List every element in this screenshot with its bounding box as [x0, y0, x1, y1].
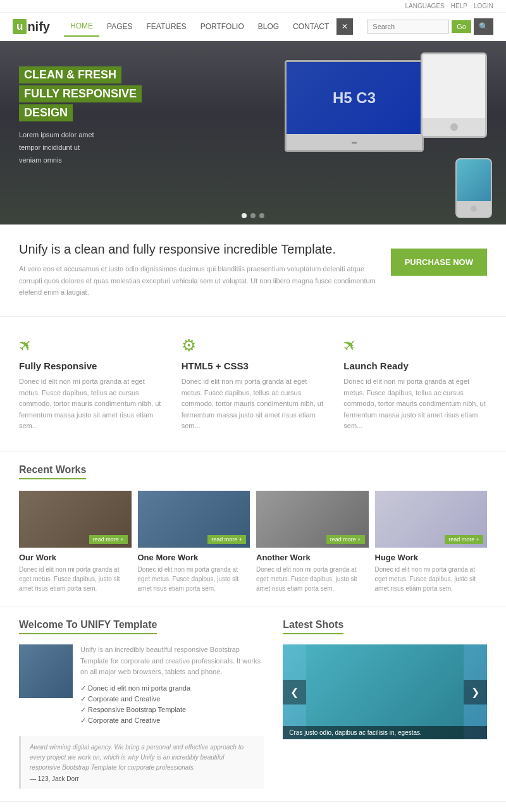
hero-dot-2[interactable]: [250, 213, 256, 218]
hero-text-1: Lorem ipsum dolor amet: [19, 129, 253, 142]
nav-features[interactable]: FEATURES: [140, 17, 193, 36]
hero-label-3: DESIGN: [19, 104, 73, 121]
clients-section: Our Clients hp INGENIOUS vodafone Walmar…: [0, 801, 506, 812]
hero-label-1: CLEAN & FRESH: [19, 66, 121, 83]
logo-text: nify: [27, 20, 50, 34]
shots-prev-btn[interactable]: ❮: [283, 680, 306, 704]
nav-home[interactable]: HOME: [64, 16, 99, 37]
login-link[interactable]: LOGIN: [474, 3, 493, 9]
help-link[interactable]: HELP: [451, 3, 467, 9]
hero-dot-1[interactable]: [242, 213, 247, 218]
feature-1: ✈ Fully Responsive Donec id elit non mi …: [19, 336, 163, 432]
laptop-base: ▬: [287, 134, 422, 150]
two-col-section: Welcome To UNIFY Template Unify is an in…: [0, 606, 506, 801]
feature-1-text: Donec id elit non mi porta granda at ege…: [19, 376, 163, 432]
feature-2-title: HTML5 + CSS3: [182, 360, 325, 371]
tablet-mockup: [421, 52, 487, 138]
phone-screen: [457, 159, 491, 201]
latest-shots-title: Latest Shots: [283, 619, 343, 634]
work-item-2: read more + One More Work Donec id elit …: [138, 491, 250, 593]
work-title-1: Our Work: [19, 553, 132, 562]
recent-works-section: Recent Works read more + Our Work Donec …: [0, 452, 506, 606]
tablet-screen: [423, 54, 485, 118]
read-more-4[interactable]: read more +: [445, 535, 483, 544]
welcome-title: Welcome To UNIFY Template: [19, 619, 157, 634]
nav-blog[interactable]: BLOG: [252, 17, 285, 36]
nav-bar: u nify HOME PAGES FEATURES PORTFOLIO BLO…: [0, 13, 506, 40]
work-title-2: One More Work: [138, 553, 250, 562]
shots-carousel: ❮ ❯ Cras justo odio, dapibus ac facilisi…: [283, 644, 487, 739]
welcome-list-item-4: ✓ Corporate and Creative: [80, 715, 264, 726]
phone-mockup: [455, 158, 492, 218]
quote-text: Award winning digital agency. We bring a…: [30, 742, 255, 773]
hero-left: CLEAN & FRESH FULLY RESPONSIVE DESIGN Lo…: [0, 41, 272, 225]
promo-content: Unify is a clean and fully responsive in…: [19, 242, 378, 298]
search-area: Go 🔍: [367, 18, 493, 35]
promo-desc: At vero eos et accusamus et iusto odio d…: [19, 263, 378, 298]
logo[interactable]: u nify: [13, 19, 50, 34]
work-title-4: Huge Work: [375, 553, 488, 562]
read-more-2[interactable]: read more +: [207, 535, 246, 544]
welcome-col: Welcome To UNIFY Template Unify is an in…: [19, 619, 264, 789]
hero-dot-3[interactable]: [259, 213, 264, 218]
close-nav-btn[interactable]: ✕: [336, 18, 353, 35]
hero-dots: [242, 213, 264, 218]
feature-3: ✈ Launch Ready Donec id elit non mi port…: [343, 336, 487, 432]
welcome-list-item-3: ✓ Responsive Bootstrap Template: [80, 704, 264, 715]
welcome-box: Unify is an incredibly beautiful respons…: [19, 644, 264, 726]
feature-3-text: Donec id elit non mi porta granda at ege…: [343, 376, 487, 432]
hero-label-2: FULLY RESPONSIVE: [19, 85, 142, 102]
quote-box: Award winning digital agency. We bring a…: [19, 736, 264, 789]
logo-box: u: [13, 19, 27, 34]
search-icon-button[interactable]: 🔍: [474, 18, 493, 35]
go-button[interactable]: Go: [452, 20, 471, 33]
nav-contact[interactable]: CONTACT: [287, 17, 335, 36]
nav-pages[interactable]: PAGES: [101, 17, 139, 36]
phone-base: [457, 201, 491, 217]
work-thumb-2: read more +: [138, 491, 250, 548]
work-text-2: Donec id elit non mi porta granda at ege…: [138, 565, 250, 593]
welcome-list-item-2: ✓ Corporate and Creative: [80, 694, 264, 704]
feature-3-title: Launch Ready: [343, 360, 487, 371]
work-item-1: read more + Our Work Donec id elit non m…: [19, 491, 132, 593]
shots-caption: Cras justo odio, dapibus ac facilisis in…: [283, 726, 487, 739]
tablet-home-btn: [423, 118, 485, 136]
latest-shots-col: Latest Shots ❮ ❯ Cras justo odio, dapibu…: [283, 619, 487, 789]
works-grid: read more + Our Work Donec id elit non m…: [19, 491, 487, 593]
hero-section: CLEAN & FRESH FULLY RESPONSIVE DESIGN Lo…: [0, 41, 506, 225]
quote-author: — 123, Jack Dorr: [30, 775, 255, 782]
promo-section: Unify is a clean and fully responsive in…: [0, 225, 506, 317]
top-bar: LANGUAGES HELP LOGIN: [0, 0, 506, 13]
feature-1-icon: ✈: [14, 334, 37, 357]
search-input[interactable]: [367, 20, 449, 34]
hero-right: H5 C3 ▬: [272, 41, 506, 225]
nav-menu: HOME PAGES FEATURES PORTFOLIO BLOG CONTA…: [64, 16, 353, 37]
feature-3-icon: ✈: [339, 334, 362, 357]
languages-link[interactable]: LANGUAGES: [405, 3, 445, 9]
header: LANGUAGES HELP LOGIN u nify HOME PAGES F…: [0, 0, 506, 41]
feature-2: ⚙ HTML5 + CSS3 Donec id elit non mi port…: [182, 336, 325, 432]
purchase-btn[interactable]: PURCHASE NOW: [391, 249, 487, 276]
work-thumb-1: read more +: [19, 491, 132, 548]
shots-image-area: [306, 644, 464, 739]
hero-text-2: tempor incididunt ut: [19, 142, 253, 154]
recent-works-title: Recent Works: [19, 464, 86, 479]
work-text-4: Donec id elit non mi porta granda at ege…: [375, 565, 488, 593]
welcome-content: Unify is an incredibly beautiful respons…: [80, 644, 264, 726]
feature-2-text: Donec id elit non mi porta granda at ege…: [182, 376, 325, 432]
hero-inner: CLEAN & FRESH FULLY RESPONSIVE DESIGN Lo…: [0, 41, 506, 225]
hero-body: Lorem ipsum dolor amet tempor incididunt…: [19, 129, 253, 166]
read-more-3[interactable]: read more +: [326, 535, 365, 544]
read-more-1[interactable]: read more +: [89, 535, 128, 544]
feature-2-icon: ⚙: [182, 336, 196, 355]
welcome-img: [19, 644, 73, 698]
welcome-list: ✓ Donec id elit non mi porta granda ✓ Co…: [80, 683, 264, 726]
laptop-mockup: H5 C3 ▬: [285, 60, 424, 152]
features-section: ✈ Fully Responsive Donec id elit non mi …: [0, 317, 506, 452]
feature-1-title: Fully Responsive: [19, 360, 163, 371]
hero-text-3: veniam omnis: [19, 154, 253, 167]
promo-title: Unify is a clean and fully responsive in…: [19, 242, 378, 257]
shots-next-btn[interactable]: ❯: [464, 680, 487, 704]
nav-portfolio[interactable]: PORTFOLIO: [194, 17, 250, 36]
welcome-desc: Unify is an incredibly beautiful respons…: [80, 644, 264, 678]
